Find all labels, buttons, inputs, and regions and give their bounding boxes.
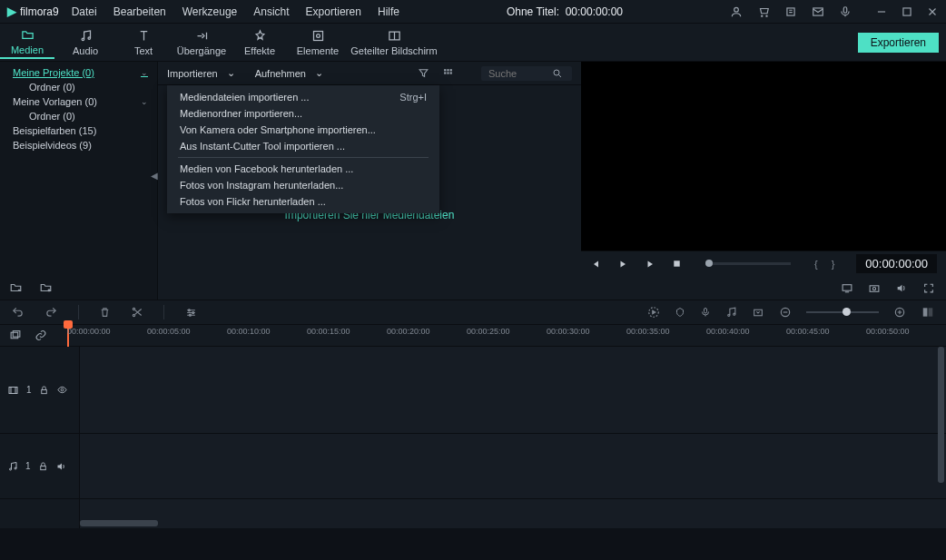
stop-icon[interactable] (672, 259, 682, 269)
menu-bearbeiten[interactable]: Bearbeiten (113, 5, 166, 18)
redo-icon[interactable] (44, 306, 58, 319)
record-dropdown-button[interactable]: Aufnehmen⌄ (255, 67, 323, 79)
track-manager-icon[interactable] (921, 306, 935, 319)
track-options-icon[interactable] (9, 329, 22, 341)
sidebar-item-folder[interactable]: Ordner (0) (0, 80, 157, 94)
preview-scrubber[interactable] (705, 262, 791, 265)
delete-icon[interactable] (99, 306, 111, 319)
quality-icon[interactable] (841, 282, 853, 294)
preview-secondary-controls (581, 276, 946, 300)
audio-track-row[interactable] (80, 434, 946, 499)
title-time: 00:00:00:00 (566, 5, 623, 18)
split-icon[interactable] (131, 306, 143, 319)
svg-rect-39 (9, 387, 17, 393)
video-track-header[interactable]: 1 (0, 347, 79, 434)
tab-audio[interactable]: Audio (58, 28, 113, 56)
dd-download-facebook[interactable]: Medien von Facebook herunterladen ... (167, 161, 439, 177)
mail-icon[interactable] (812, 5, 824, 18)
dd-import-folder[interactable]: Medienordner importieren... (167, 105, 439, 122)
audio-track-header[interactable]: 1 (0, 434, 79, 499)
render-icon[interactable] (647, 306, 660, 319)
preview-controls: { } 00:00:00:00 (581, 251, 946, 276)
search-box[interactable] (481, 66, 572, 81)
cart-icon[interactable] (757, 5, 770, 18)
grid-view-icon[interactable] (442, 67, 454, 79)
ruler-label: 00:00:20:00 (387, 327, 430, 336)
track-area[interactable] (80, 347, 946, 528)
tab-splitscreen[interactable]: Geteilter Bildschirm (349, 28, 439, 56)
play-back-icon[interactable] (617, 259, 628, 270)
tab-text[interactable]: Text (116, 28, 171, 56)
collapse-handle-icon[interactable]: ◀ (151, 171, 158, 181)
import-dropdown-button[interactable]: Importieren⌄ (167, 67, 235, 79)
dd-download-flickr[interactable]: Fotos von Flickr herunterladen ... (167, 193, 439, 210)
sidebar-item-projects[interactable]: Meine Projekte (0)⌄ (0, 65, 157, 80)
menu-datei[interactable]: Datei (72, 5, 97, 18)
tab-uebergaenge[interactable]: Übergänge (174, 28, 229, 56)
filter-icon[interactable] (418, 67, 429, 79)
tab-elemente[interactable]: Elemente (291, 28, 345, 56)
adjust-icon[interactable] (184, 307, 198, 319)
dd-label: Fotos von Flickr herunterladen ... (180, 196, 326, 207)
mark-brackets-icon[interactable]: { } (814, 259, 840, 270)
horizontal-scrollbar[interactable] (80, 520, 158, 526)
sidebar-item-templates[interactable]: Meine Vorlagen (0)⌄ (0, 94, 157, 109)
voiceover-icon[interactable] (700, 306, 711, 319)
menu-ansicht[interactable]: Ansicht (253, 5, 289, 18)
menu-werkzeuge[interactable]: Werkzeuge (182, 5, 237, 18)
close-icon[interactable] (926, 5, 939, 18)
crop-icon[interactable] (752, 307, 764, 319)
lock-icon[interactable] (38, 461, 48, 472)
dd-download-instagram[interactable]: Fotos von Instagram herunterladen... (167, 177, 439, 193)
minimize-icon[interactable] (875, 5, 888, 18)
play-icon[interactable] (645, 259, 655, 270)
separator (78, 305, 79, 319)
dd-label: Mediendateien importieren ... (180, 92, 309, 103)
dd-import-camera[interactable]: Von Kamera oder Smartphone importieren..… (167, 122, 439, 138)
zoom-in-icon[interactable] (893, 306, 906, 319)
tab-medien[interactable]: Medien (0, 27, 54, 59)
link-icon[interactable] (34, 329, 47, 341)
delete-folder-icon[interactable] (39, 281, 53, 294)
menu-exportieren[interactable]: Exportieren (306, 5, 361, 18)
timeline-ruler[interactable]: 00:00:00:00 00:00:05:00 00:00:10:00 00:0… (67, 325, 946, 346)
sidebar-item-folder[interactable]: Ordner (0) (0, 109, 157, 123)
titlebar: ▶ filmora9 Datei Bearbeiten Werkzeuge An… (0, 0, 946, 24)
eye-icon[interactable] (56, 385, 68, 395)
user-icon[interactable] (730, 5, 743, 18)
sidebar-item-colors[interactable]: Beispielfarben (15) (0, 123, 157, 138)
sidebar-item-videos[interactable]: Beispielvideos (9) (0, 138, 157, 152)
mic-icon[interactable] (839, 5, 852, 18)
export-button[interactable]: Exportieren (858, 33, 939, 53)
zoom-out-icon[interactable] (779, 306, 792, 319)
zoom-slider[interactable] (806, 311, 879, 313)
track-number: 1 (25, 461, 31, 471)
window-buttons (875, 5, 939, 18)
timeline-tracks: 1 1 (0, 347, 946, 528)
video-track-row[interactable] (80, 347, 946, 434)
video-track-icon (7, 385, 19, 396)
snapshot-icon[interactable] (868, 282, 881, 294)
ruler-label: 00:00:40:00 (706, 327, 750, 336)
prev-frame-icon[interactable] (590, 259, 601, 270)
search-icon[interactable] (552, 68, 563, 79)
audio-mix-icon[interactable] (725, 306, 737, 319)
logo-icon: ▶ (7, 5, 16, 18)
fullscreen-icon[interactable] (922, 282, 935, 294)
dd-import-instantcutter[interactable]: Aus Instant-Cutter Tool importieren ... (167, 138, 439, 154)
mute-icon[interactable] (55, 461, 67, 472)
marker-icon[interactable] (675, 306, 685, 319)
maximize-icon[interactable] (901, 5, 913, 18)
search-input[interactable] (488, 68, 552, 79)
vertical-scrollbar[interactable] (938, 347, 944, 483)
queue-icon[interactable] (784, 5, 797, 18)
menu-hilfe[interactable]: Hilfe (378, 5, 399, 18)
dd-import-files[interactable]: Mediendateien importieren ...Strg+I (167, 89, 439, 105)
lock-icon[interactable] (39, 385, 49, 396)
undo-icon[interactable] (11, 306, 25, 319)
volume-icon[interactable] (895, 282, 908, 294)
svg-point-22 (872, 287, 875, 290)
tab-effekte[interactable]: Effekte (232, 28, 287, 56)
new-folder-icon[interactable] (9, 281, 23, 294)
title-text: Ohne Titel: (507, 5, 559, 18)
